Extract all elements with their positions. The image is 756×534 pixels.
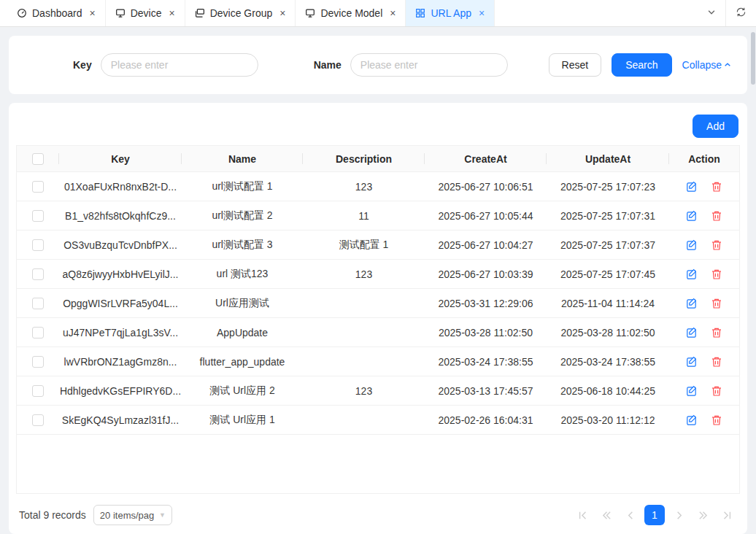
tab-close-icon[interactable]: ×: [479, 8, 485, 18]
refresh-tabs-button[interactable]: [725, 0, 756, 26]
cell-update-at: 2025-07-25 17:07:37: [547, 231, 669, 259]
delete-icon[interactable]: [711, 385, 722, 397]
last-page-button[interactable]: [717, 505, 737, 525]
edit-icon[interactable]: [686, 298, 698, 309]
row-checkbox[interactable]: [32, 181, 44, 193]
table-footer: Total 9 records 20 items/pag ▼ 1: [16, 503, 740, 527]
pagination: 1: [572, 505, 737, 525]
delete-icon[interactable]: [711, 327, 722, 338]
edit-icon[interactable]: [686, 268, 698, 280]
url-app-icon: [415, 8, 425, 18]
name-form-item: Name: [314, 53, 508, 77]
table-panel: Add Key Name Description CreateAt Update…: [9, 103, 747, 534]
reset-button[interactable]: Reset: [549, 53, 602, 77]
tab-close-icon[interactable]: ×: [279, 8, 285, 18]
tab-label: Device Group: [210, 7, 273, 19]
cell-update-at: 2025-07-25 17:07:45: [547, 260, 669, 288]
col-description: Description: [303, 146, 425, 171]
cell-description: [303, 347, 425, 376]
cell-update-at: 2025-03-24 17:38:55: [547, 347, 669, 376]
delete-icon[interactable]: [711, 239, 722, 251]
row-checkbox[interactable]: [32, 239, 44, 251]
delete-icon[interactable]: [711, 298, 722, 309]
cell-name: AppUpdate: [182, 318, 303, 347]
cell-create-at: 2025-02-26 16:04:31: [425, 406, 547, 434]
device-group-icon: [195, 8, 205, 18]
cell-update-at: 2025-06-18 10:44:25: [547, 376, 669, 405]
cell-actions: [669, 201, 739, 230]
delete-icon[interactable]: [711, 210, 722, 222]
jump-prev-button[interactable]: [596, 505, 617, 525]
row-checkbox[interactable]: [32, 298, 44, 309]
cell-key: lwVRbrONZ1agGmz8n...: [59, 347, 182, 376]
table-row: uJ47NPeT7qjLa1gL3sV... AppUpdate 2025-03…: [17, 318, 739, 347]
page-scrollbar-thumb[interactable]: [751, 32, 755, 85]
edit-icon[interactable]: [686, 327, 698, 338]
cell-actions: [669, 318, 739, 347]
tab-device[interactable]: Device ×: [106, 0, 185, 26]
page-size-select[interactable]: 20 items/pag ▼: [93, 505, 172, 525]
edit-icon[interactable]: [686, 181, 698, 193]
tab-close-icon[interactable]: ×: [169, 8, 174, 18]
row-checkbox[interactable]: [32, 414, 44, 426]
row-checkbox[interactable]: [32, 268, 44, 280]
select-caret-icon: ▼: [159, 511, 166, 519]
cell-name: 测试 Url应用 2: [182, 376, 303, 405]
table-header-row: Key Name Description CreateAt UpdateAt A…: [17, 146, 739, 172]
name-label: Name: [314, 59, 342, 71]
first-page-button[interactable]: [572, 505, 593, 525]
row-checkbox[interactable]: [32, 356, 44, 368]
name-input[interactable]: [350, 53, 508, 77]
search-button[interactable]: Search: [612, 53, 671, 77]
tab-close-icon[interactable]: ×: [90, 8, 96, 18]
cell-description: [303, 406, 425, 434]
edit-icon[interactable]: [686, 239, 698, 251]
edit-icon[interactable]: [686, 385, 698, 397]
data-table: Key Name Description CreateAt UpdateAt A…: [16, 145, 740, 494]
page-1-button[interactable]: 1: [644, 505, 665, 525]
cell-checkbox: [17, 231, 59, 259]
table-row: lwVRbrONZ1agGmz8n... flutter_app_update …: [17, 347, 739, 376]
cell-name: flutter_app_update: [182, 347, 303, 376]
cell-actions: [669, 347, 739, 376]
select-all-checkbox[interactable]: [32, 153, 44, 165]
add-button[interactable]: Add: [693, 115, 738, 138]
delete-icon[interactable]: [711, 181, 722, 193]
edit-icon[interactable]: [686, 356, 698, 368]
jump-next-button[interactable]: [693, 505, 713, 525]
cell-key: uJ47NPeT7qjLa1gL3sV...: [59, 318, 182, 347]
chevron-down-icon: [707, 7, 716, 19]
next-page-button[interactable]: [668, 505, 689, 525]
row-checkbox[interactable]: [32, 327, 44, 338]
row-checkbox[interactable]: [32, 210, 44, 222]
tab-device-group[interactable]: Device Group ×: [185, 0, 296, 26]
key-input[interactable]: [101, 53, 258, 77]
delete-icon[interactable]: [711, 356, 722, 368]
collapse-link[interactable]: Collapse: [682, 59, 731, 71]
cell-description: 123: [303, 172, 425, 201]
cell-actions: [669, 406, 739, 434]
prev-page-button[interactable]: [620, 505, 641, 525]
cell-name: url测试配置 2: [182, 201, 303, 230]
tab-close-icon[interactable]: ×: [390, 8, 396, 18]
delete-icon[interactable]: [711, 414, 722, 426]
edit-icon[interactable]: [686, 414, 698, 426]
cell-update-at: 2025-11-04 11:14:24: [547, 289, 669, 317]
cell-update-at: 2025-07-25 17:07:23: [547, 172, 669, 201]
tabs-dropdown-button[interactable]: [698, 0, 725, 26]
cell-create-at: 2025-03-13 17:45:57: [425, 376, 547, 405]
col-key: Key: [59, 146, 182, 171]
cell-description: [303, 289, 425, 317]
cell-name: url测试配置 1: [182, 172, 303, 201]
col-create-at: CreateAt: [425, 146, 547, 171]
delete-icon[interactable]: [711, 268, 722, 280]
edit-icon[interactable]: [686, 210, 698, 222]
tab-device-model[interactable]: Device Model ×: [296, 0, 406, 26]
cell-create-at: 2025-06-27 10:03:39: [425, 260, 547, 288]
cell-checkbox: [17, 406, 59, 434]
cell-checkbox: [17, 201, 59, 230]
tab-url-app[interactable]: URL App ×: [406, 0, 495, 26]
device-icon: [115, 8, 126, 18]
tab-dashboard[interactable]: Dashboard ×: [7, 0, 106, 26]
row-checkbox[interactable]: [32, 385, 44, 397]
